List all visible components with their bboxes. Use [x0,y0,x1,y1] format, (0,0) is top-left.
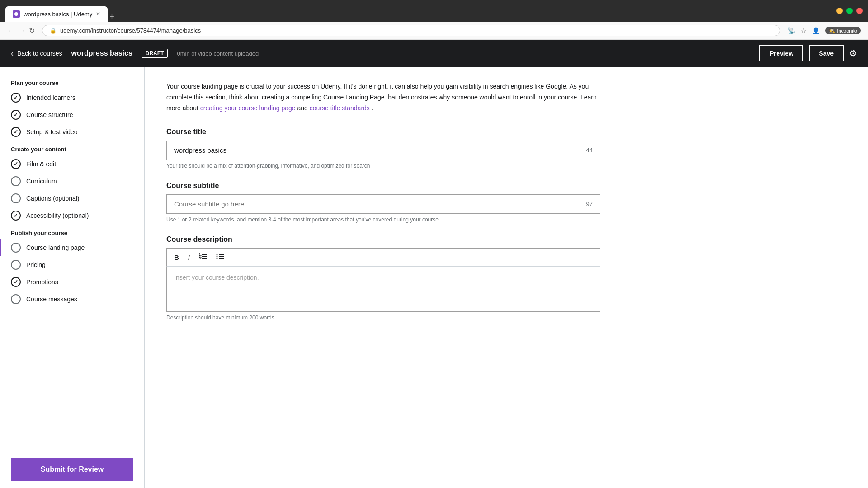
svg-point-7 [217,256,218,258]
course-landing-label: Course landing page [26,244,85,251]
cast-icon: 📡 [788,27,795,34]
course-description-section: Course description B I 1. 2. 3. [166,235,600,321]
content-intro: Your course landing page is crucial to y… [166,81,600,113]
incognito-label: Incognito [837,28,857,33]
create-section-label: Create your content [0,141,144,155]
intended-learners-label: Intended learners [26,94,75,101]
course-title-hint: Your title should be a mix of attention-… [166,163,600,169]
main-layout: Plan your course Intended learners Cours… [0,67,868,488]
sidebar-item-pricing[interactable]: Pricing [0,256,144,273]
check-promotions [11,277,21,287]
course-structure-label: Course structure [26,111,73,118]
course-subtitle-char-count: 97 [586,201,593,207]
course-subtitle-section: Course subtitle 97 Use 1 or 2 related ke… [166,182,600,223]
tab-title: wordpress basics | Udemy [24,11,92,18]
course-title-char-count: 44 [586,147,593,154]
video-status: 0min of video content uploaded [177,50,259,57]
unordered-list-button[interactable] [214,252,226,263]
nav-buttons: ← → ↻ [7,26,35,35]
sidebar-item-accessibility[interactable]: Accessibility (optional) [0,207,144,224]
intro-mid: and [297,104,310,112]
ordered-list-button[interactable]: 1. 2. 3. [197,252,209,263]
sidebar-item-curriculum[interactable]: Curriculum [0,173,144,190]
forward-nav-button[interactable]: → [18,27,25,35]
sidebar-item-intended-learners[interactable]: Intended learners [0,89,144,106]
submit-for-review-button[interactable]: Submit for Review [11,458,133,481]
check-pricing [11,260,21,270]
preview-button[interactable]: Preview [760,45,803,61]
description-hint: Description should have minimum 200 word… [166,314,600,321]
check-course-structure [11,110,21,120]
italic-button[interactable]: I [186,252,192,263]
address-bar: ← → ↻ 🔒 udemy.com/instructor/course/5784… [0,22,868,40]
url-bar[interactable]: 🔒 udemy.com/instructor/course/5784474/ma… [42,25,780,36]
description-editor[interactable]: Insert your course description. [166,267,600,312]
new-tab-button[interactable]: + [109,12,114,22]
lock-icon: 🔒 [50,28,57,34]
publish-section-label: Publish your course [0,224,144,239]
settings-icon[interactable]: ⚙ [849,48,857,59]
draft-badge: DRAFT [142,49,168,58]
check-intended-learners [11,93,21,103]
profile-icon[interactable]: 👤 [812,27,820,34]
course-title-label: Course title [166,128,600,136]
check-course-landing [11,243,21,253]
url-text: udemy.com/instructor/course/5784474/mana… [60,27,201,34]
back-nav-button[interactable]: ← [7,27,14,35]
intro-end: . [372,104,373,112]
curriculum-label: Curriculum [26,178,57,185]
course-messages-label: Course messages [26,296,77,303]
course-title-standards-link[interactable]: course title standards [310,104,370,112]
unordered-list-icon [216,253,224,260]
tab-close-button[interactable]: ✕ [96,11,100,17]
sidebar-item-course-messages[interactable]: Course messages [0,291,144,308]
sidebar-item-promotions[interactable]: Promotions [0,273,144,291]
header-actions: Preview Save ⚙ [760,45,857,61]
sidebar-item-course-landing-page[interactable]: Course landing page [0,239,144,256]
course-subtitle-hint: Use 1 or 2 related keywords, and mention… [166,216,600,223]
bold-button[interactable]: B [172,252,181,263]
course-title-header: wordpress basics [71,49,132,57]
close-button[interactable] [856,8,863,14]
course-subtitle-input[interactable] [174,200,586,208]
check-captions [11,193,21,203]
check-film-edit [11,159,21,169]
check-course-messages [11,294,21,304]
accessibility-label: Accessibility (optional) [26,212,89,219]
description-toolbar: B I 1. 2. 3. [166,248,600,267]
incognito-badge: 🕵 Incognito [825,27,861,34]
setup-test-video-label: Setup & test video [26,128,78,136]
svg-point-8 [217,258,218,259]
minimize-button[interactable] [836,8,843,14]
maximize-button[interactable] [846,8,853,14]
plan-section-label: Plan your course [0,74,144,89]
sidebar-item-setup-test-video[interactable]: Setup & test video [0,123,144,141]
main-content: Your course landing page is crucial to y… [145,67,868,488]
creating-landing-page-link[interactable]: creating your course landing page [200,104,296,112]
app-header: ‹ Back to courses wordpress basics DRAFT… [0,40,868,67]
course-title-input[interactable] [174,146,586,154]
back-to-courses-label: Back to courses [17,50,62,57]
active-tab[interactable]: wordpress basics | Udemy ✕ [5,6,108,22]
sidebar-item-course-structure[interactable]: Course structure [0,106,144,123]
film-edit-label: Film & edit [26,160,56,168]
course-description-label: Course description [166,235,600,244]
browser-tabs: wordpress basics | Udemy ✕ + [5,0,833,22]
course-title-input-wrapper: 44 [166,141,600,160]
sidebar: Plan your course Intended learners Cours… [0,67,145,488]
reload-button[interactable]: ↻ [29,26,35,35]
captions-label: Captions (optional) [26,195,80,202]
check-curriculum [11,176,21,186]
back-to-courses-link[interactable]: ‹ Back to courses [11,49,62,58]
pricing-label: Pricing [26,261,46,268]
svg-text:3.: 3. [199,257,202,260]
bookmark-icon[interactable]: ☆ [801,27,807,34]
description-placeholder: Insert your course description. [174,274,259,281]
ordered-list-icon: 1. 2. 3. [199,253,207,260]
window-controls [836,8,863,14]
sidebar-item-film-edit[interactable]: Film & edit [0,155,144,173]
save-button[interactable]: Save [809,45,844,61]
check-setup-test-video [11,127,21,137]
sidebar-item-captions[interactable]: Captions (optional) [0,190,144,207]
browser-action-icons: 📡 ☆ 👤 🕵 Incognito [788,27,861,34]
